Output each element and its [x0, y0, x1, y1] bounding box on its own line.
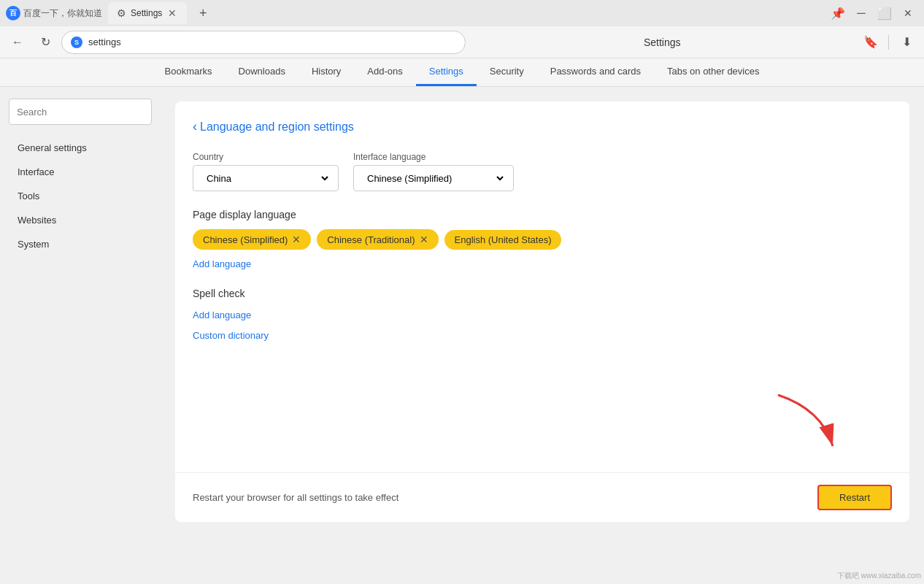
tab-other-devices[interactable]: Tabs on other devices [654, 58, 772, 86]
arrow-annotation [763, 380, 851, 471]
close-button[interactable]: ✕ [898, 3, 918, 23]
bottom-bar: Restart your browser for all settings to… [175, 472, 909, 522]
interface-language-select[interactable]: Chinese (Simplified) Chinese (Traditiona… [361, 166, 506, 191]
browser-icon: 百 [6, 6, 20, 20]
refresh-button[interactable]: ↻ [34, 31, 57, 54]
sidebar-item-general[interactable]: General settings [9, 137, 152, 159]
interface-language-group: Interface language Chinese (Simplified) … [353, 152, 514, 191]
tab-history[interactable]: History [299, 58, 354, 86]
new-tab-button[interactable]: + [193, 3, 213, 23]
tag-close-traditional[interactable]: ✕ [420, 234, 428, 245]
content-card: ‹ Language and region settings Country C… [175, 101, 909, 522]
watermark: 下载吧 www.xiazaiba.com [837, 571, 921, 581]
spell-check-section: Spell check Add language Custom dictiona… [193, 288, 892, 342]
content-area: ‹ Language and region settings Country C… [161, 87, 924, 580]
language-tag-traditional[interactable]: Chinese (Traditional) ✕ [317, 229, 438, 250]
back-chevron-icon: ‹ [193, 119, 197, 134]
tab-security[interactable]: Security [477, 58, 537, 86]
tab-passwords[interactable]: Passwords and cards [537, 58, 654, 86]
sidebar-item-tools[interactable]: Tools [9, 185, 152, 207]
country-dropdown[interactable]: China United States United Kingdom [193, 165, 339, 191]
add-language-link-1[interactable]: Add language [193, 258, 251, 269]
tab-settings[interactable]: Settings [416, 58, 477, 86]
tag-label-english: English (United States) [455, 234, 552, 245]
country-label: Country [193, 152, 339, 162]
tag-label-simplified: Chinese (Simplified) [203, 234, 288, 245]
search-input[interactable] [9, 99, 152, 125]
settings-tab-icon: ⚙ [117, 7, 126, 19]
window-controls: 📌 ─ ⬜ ✕ [828, 3, 918, 23]
url-favicon: S [71, 36, 82, 48]
restart-button[interactable]: Restart [817, 485, 892, 510]
active-tab[interactable]: ⚙ Settings ✕ [108, 2, 187, 24]
nav-tabs: Bookmarks Downloads History Add-ons Sett… [0, 58, 924, 87]
language-tags: Chinese (Simplified) ✕ Chinese (Traditio… [193, 229, 892, 250]
country-select[interactable]: China United States United Kingdom [201, 166, 331, 191]
page-display-section: Page display language Chinese (Simplifie… [193, 209, 892, 270]
tab-addons[interactable]: Add-ons [354, 58, 415, 86]
custom-dictionary-link[interactable]: Custom dictionary [193, 330, 269, 341]
interface-language-label: Interface language [353, 152, 514, 162]
language-tag-simplified[interactable]: Chinese (Simplified) ✕ [193, 229, 311, 250]
tag-close-simplified[interactable]: ✕ [292, 234, 301, 245]
sidebar-item-interface[interactable]: Interface [9, 161, 152, 183]
back-link[interactable]: ‹ Language and region settings [193, 119, 892, 134]
active-tab-title: Settings [131, 8, 162, 18]
bookmark-button[interactable]: 🔖 [859, 31, 882, 54]
spell-check-title: Spell check [193, 288, 892, 299]
sidebar-item-websites[interactable]: Websites [9, 209, 152, 231]
country-group: Country China United States United Kingd… [193, 152, 339, 191]
tab-downloads[interactable]: Downloads [226, 58, 299, 86]
page-title: Settings [470, 36, 855, 48]
active-tab-close[interactable]: ✕ [166, 7, 178, 19]
other-tab-title[interactable]: 百度一下，你就知道 [23, 7, 102, 20]
toolbar-right: 🔖 ⬇ [859, 31, 918, 54]
country-language-row: Country China United States United Kingd… [193, 152, 892, 191]
sidebar: General settings Interface Tools Website… [0, 87, 161, 580]
maximize-button[interactable]: ⬜ [874, 3, 895, 23]
url-text: settings [88, 36, 121, 47]
back-button[interactable]: ← [6, 31, 29, 54]
url-bar[interactable]: S settings [61, 31, 466, 54]
pin-button[interactable]: 📌 [828, 3, 848, 23]
main-layout: General settings Interface Tools Website… [0, 87, 924, 580]
page-display-title: Page display language [193, 209, 892, 220]
minimize-button[interactable]: ─ [851, 3, 871, 23]
add-language-link-2[interactable]: Add language [193, 310, 251, 320]
tag-label-traditional: Chinese (Traditional) [327, 234, 415, 245]
language-tag-english[interactable]: English (United States) [444, 230, 562, 250]
toolbar: ← ↻ S settings Settings 🔖 ⬇ [0, 26, 924, 58]
sidebar-item-system[interactable]: System [9, 233, 152, 256]
titlebar: 百 百度一下，你就知道 ⚙ Settings ✕ + 📌 ─ ⬜ ✕ [0, 0, 924, 26]
interface-language-dropdown[interactable]: Chinese (Simplified) Chinese (Traditiona… [353, 165, 514, 191]
tab-bookmarks[interactable]: Bookmarks [152, 58, 226, 86]
back-link-label: Language and region settings [200, 120, 354, 134]
download-button[interactable]: ⬇ [895, 31, 918, 54]
other-tabs: 百 百度一下，你就知道 [6, 6, 102, 20]
bottom-bar-text: Restart your browser for all settings to… [193, 492, 399, 503]
